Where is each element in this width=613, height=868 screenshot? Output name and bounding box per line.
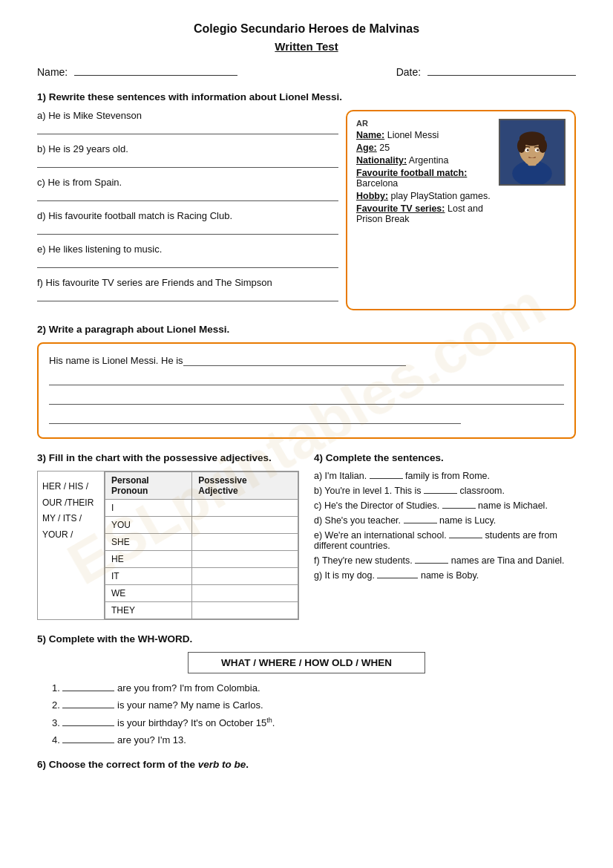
list-item: c) He's the Director of Studies. name is… <box>314 500 576 511</box>
possessive-chart: HER / HIS / OUR /THEIR MY / ITS / YOUR /… <box>37 471 299 620</box>
wh-list: 1. are you from? I'm from Colombia. 2. i… <box>37 682 576 745</box>
sentence-a: a) He is Mike Stevenson <box>37 110 338 134</box>
sentence-c: c) He is from Spain. <box>37 177 338 201</box>
section3-title: 3) Fill in the chart with the possessive… <box>37 452 299 463</box>
section4-title: 4) Complete the sentences. <box>314 452 576 463</box>
list-item: a) I'm Italian. family is from Rome. <box>314 471 576 481</box>
sentence-d: d) His favourite football match is Racin… <box>37 210 338 235</box>
col-possessive-adjective: PossessiveAdjective <box>192 472 298 500</box>
section-3-4: 3) Fill in the chart with the possessive… <box>37 452 576 620</box>
section1-sentences: a) He is Mike Stevenson b) He is 29 year… <box>37 110 338 310</box>
section5-title: 5) Complete with the WH-WORD. <box>37 633 576 645</box>
messi-photo <box>499 119 566 186</box>
svg-point-7 <box>539 139 547 153</box>
list-item: e) We're an international school. studen… <box>314 530 576 551</box>
table-row: SHE <box>105 534 298 551</box>
name-field: Name: <box>37 66 237 78</box>
svg-point-11 <box>537 149 539 151</box>
section-2: 2) Write a paragraph about Lionel Messi.… <box>37 324 576 439</box>
table-row: IT <box>105 568 298 585</box>
section-6: 6) Choose the correct form of the verb t… <box>37 759 576 770</box>
table-row: I <box>105 500 298 517</box>
svg-point-10 <box>527 149 529 151</box>
svg-point-6 <box>517 139 525 153</box>
section4-sentences: a) I'm Italian. family is from Rome. b) … <box>314 471 576 581</box>
page-title: Colegio Secundario Heroes de Malvinas <box>37 22 576 36</box>
pronoun-table: PersonalPronoun PossessiveAdjective I YO… <box>105 471 298 619</box>
section2-title: 2) Write a paragraph about Lionel Messi. <box>37 324 576 335</box>
list-item: d) She's you teacher. name is Lucy. <box>314 515 576 526</box>
table-row: THEY <box>105 602 298 619</box>
chart-hints: HER / HIS / OUR /THEIR MY / ITS / YOUR / <box>38 471 105 619</box>
list-item: 4. are you? I'm 13. <box>52 734 576 745</box>
messi-info-box: AR Name: Lionel Messi Age: 25 Nationalit… <box>346 110 576 310</box>
svg-point-12 <box>525 158 539 166</box>
list-item: 2. is your name? My name is Carlos. <box>52 699 576 711</box>
wh-words-box: WHAT / WHERE / HOW OLD / WHEN <box>188 652 425 673</box>
list-item: 3. is your birthday? It's on October 15t… <box>52 717 576 728</box>
ar-label: AR <box>356 119 491 128</box>
list-item: g) It is my dog. name is Boby. <box>314 570 576 581</box>
list-item: 1. are you from? I'm from Colombia. <box>52 682 576 694</box>
section-4: 4) Complete the sentences. a) I'm Italia… <box>314 452 576 585</box>
paragraph-box: His name is Lionel Messi. He is <box>37 342 576 439</box>
table-row: YOU <box>105 517 298 534</box>
page-subtitle: Written Test <box>37 40 576 53</box>
section-5: 5) Complete with the WH-WORD. WHAT / WHE… <box>37 633 576 745</box>
section-3: 3) Fill in the chart with the possessive… <box>37 452 299 620</box>
col-personal-pronoun: PersonalPronoun <box>105 472 192 500</box>
section-1: 1) Rewrite these sentences with informat… <box>37 91 576 310</box>
sentence-b: b) He is 29 years old. <box>37 143 338 168</box>
list-item: b) You're in level 1. This is classroom. <box>314 486 576 496</box>
list-item: f) They're new students. names are Tina … <box>314 555 576 566</box>
sentence-f: f) His favourite TV series are Friends a… <box>37 277 338 301</box>
date-field: Date: <box>396 66 576 78</box>
section1-title: 1) Rewrite these sentences with informat… <box>37 91 576 102</box>
table-row: HE <box>105 551 298 568</box>
sentence-e: e) He likes listening to music. <box>37 244 338 268</box>
section6-title: 6) Choose the correct form of the verb t… <box>37 759 576 770</box>
table-row: WE <box>105 585 298 602</box>
